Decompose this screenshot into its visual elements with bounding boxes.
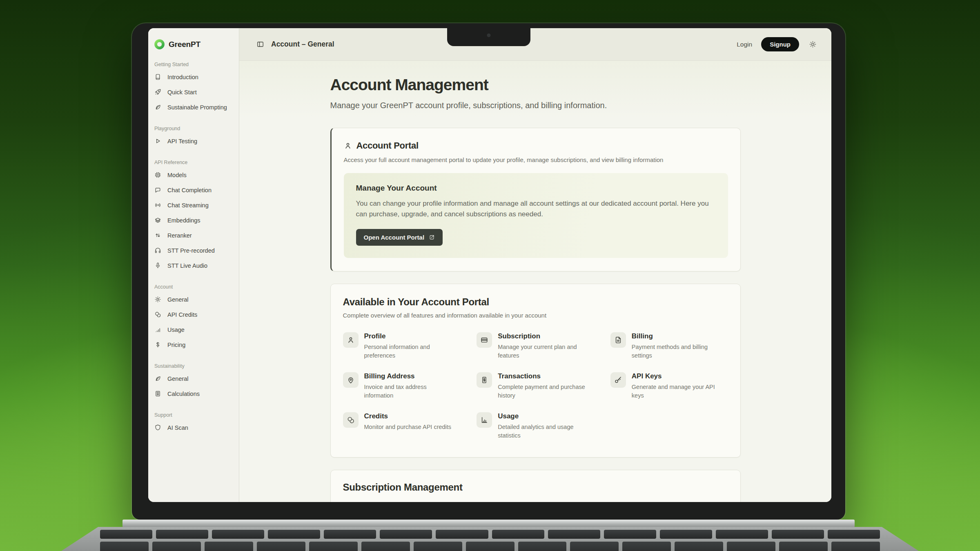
sidebar-item-label: Pricing [167, 342, 185, 348]
layers-icon [154, 217, 161, 224]
page-heading: Account Management [330, 76, 741, 94]
camera-notch [447, 23, 530, 46]
manage-account-title: Manage Your Account [356, 184, 716, 193]
logo-text: GreenPT [169, 40, 200, 49]
sidebar-item-label: API Credits [167, 311, 197, 318]
feature-text: UsageDetailed analytics and usage statis… [498, 412, 594, 440]
sidebar-item-label: Usage [167, 327, 185, 333]
sidebar-item-label: General [167, 296, 189, 303]
feature-description: Invoice and tax address information [364, 383, 461, 400]
sidebar-item-label: STT Pre-recorded [167, 247, 215, 254]
sidebar-item-sustainable-prompting[interactable]: Sustainable Prompting [153, 100, 236, 115]
sidebar-item-api-credits[interactable]: API Credits [153, 307, 236, 322]
sidebar-section-label: Getting Started [154, 62, 236, 67]
theme-toggle-icon[interactable] [809, 40, 817, 48]
sidebar-item-label: Sustainable Prompting [167, 104, 227, 111]
open-account-portal-button[interactable]: Open Account Portal [356, 229, 443, 246]
sidebar-item-label: Models [167, 172, 187, 178]
feature-usage[interactable]: UsageDetailed analytics and usage statis… [477, 412, 594, 440]
keyboard-key [727, 542, 775, 551]
feature-description: Detailed analytics and usage statistics [498, 423, 594, 440]
feature-transactions[interactable]: TransactionsComplete payment and purchas… [477, 372, 594, 400]
sidebar-item-label: Reranker [167, 232, 192, 239]
login-link[interactable]: Login [737, 41, 752, 48]
sidebar-item-label: Embeddings [167, 217, 200, 224]
page-subheading: Manage your GreenPT account profile, sub… [330, 101, 741, 110]
feature-billing[interactable]: BillingPayment methods and billing setti… [610, 332, 728, 360]
keyboard-key [675, 542, 723, 551]
keyboard-key [831, 542, 880, 551]
sidebar-item-label: Introduction [167, 74, 198, 80]
sidebar-item-reranker[interactable]: Reranker [153, 228, 236, 243]
sidebar-item-general[interactable]: General [153, 371, 236, 386]
gear-icon [154, 296, 161, 303]
sidebar-item-chat-completion[interactable]: Chat Completion [153, 182, 236, 198]
signup-button[interactable]: Signup [761, 37, 799, 51]
book-icon [154, 73, 161, 80]
portal-card-title: Account Portal [356, 140, 419, 151]
sidebar-item-models[interactable]: Models [153, 167, 236, 182]
broadcast-icon [154, 202, 161, 209]
open-account-portal-label: Open Account Portal [364, 234, 425, 241]
sidebar-item-chat-streaming[interactable]: Chat Streaming [153, 198, 236, 213]
feature-text: Billing AddressInvoice and tax address i… [364, 372, 461, 400]
sidebar-item-ai-scan[interactable]: AI Scan [153, 420, 236, 435]
document-icon [610, 332, 626, 348]
sidebar-item-stt-live-audio[interactable]: STT Live Audio [153, 258, 236, 273]
sidebar-section-label: API Reference [154, 160, 236, 165]
feature-api-keys[interactable]: API KeysGenerate and manage your API key… [610, 372, 728, 400]
sidebar-item-calculations[interactable]: Calculations [153, 386, 236, 401]
feature-title: Transactions [498, 372, 594, 380]
keyboard-key [205, 542, 253, 551]
sidebar-item-label: API Testing [167, 138, 197, 144]
feature-title: API Keys [632, 372, 728, 380]
receipt-icon [477, 372, 492, 388]
sidebar-item-label: STT Live Audio [167, 262, 207, 269]
mic-icon [154, 262, 161, 269]
features-grid: ProfilePersonal information and preferen… [343, 332, 728, 440]
keyboard-key [324, 530, 376, 539]
sidebar-item-embeddings[interactable]: Embeddings [153, 213, 236, 228]
feature-credits[interactable]: CreditsMonitor and purchase API credits [343, 412, 461, 440]
main-pane: Account – General Login Signup Account M… [239, 28, 831, 502]
user-icon [343, 332, 359, 348]
sidebar-item-general[interactable]: General [153, 292, 236, 307]
card-icon [477, 332, 492, 348]
sidebar-toggle-icon[interactable] [256, 40, 264, 48]
sidebar-item-stt-pre-recorded[interactable]: STT Pre-recorded [153, 243, 236, 258]
feature-billing-address[interactable]: Billing AddressInvoice and tax address i… [343, 372, 461, 400]
feature-description: Complete payment and purchase history [498, 383, 594, 400]
sidebar-item-pricing[interactable]: Pricing [153, 337, 236, 352]
camera-dot [487, 33, 490, 37]
leaf-icon [154, 104, 161, 111]
external-link-icon [429, 234, 435, 240]
sidebar-item-api-testing[interactable]: API Testing [153, 133, 236, 149]
chat-icon [154, 187, 161, 193]
keyboard-key [622, 542, 671, 551]
logo[interactable]: GreenPT [153, 37, 236, 51]
coins-icon [343, 412, 359, 428]
sidebar-section-label: Account [154, 284, 236, 290]
calculator-icon [154, 390, 161, 397]
keyboard-key [156, 530, 208, 539]
sidebar-item-introduction[interactable]: Introduction [153, 69, 236, 84]
keyboard-key [548, 530, 600, 539]
keyboard-key [492, 530, 544, 539]
content-scroll[interactable]: Account Management Manage your GreenPT a… [239, 61, 831, 502]
pin-icon [343, 372, 359, 388]
feature-profile[interactable]: ProfilePersonal information and preferen… [343, 332, 461, 360]
keyboard-key [828, 530, 880, 539]
feature-description: Monitor and purchase API credits [364, 423, 458, 431]
sidebar-item-usage[interactable]: Usage [153, 322, 236, 337]
sidebar-section-label: Playground [154, 126, 236, 131]
sidebar-item-label: General [167, 375, 189, 382]
keyboard-key [100, 542, 149, 551]
feature-subscription[interactable]: SubscriptionManage your current plan and… [477, 332, 594, 360]
keyboard-key [518, 542, 567, 551]
sidebar-item-quick-start[interactable]: Quick Start [153, 84, 236, 100]
sidebar-item-label: Calculations [167, 391, 200, 397]
keyboard-key [361, 542, 410, 551]
sort-icon [154, 232, 161, 239]
coins-icon [154, 311, 161, 318]
feature-description: Personal information and preferences [364, 343, 461, 360]
